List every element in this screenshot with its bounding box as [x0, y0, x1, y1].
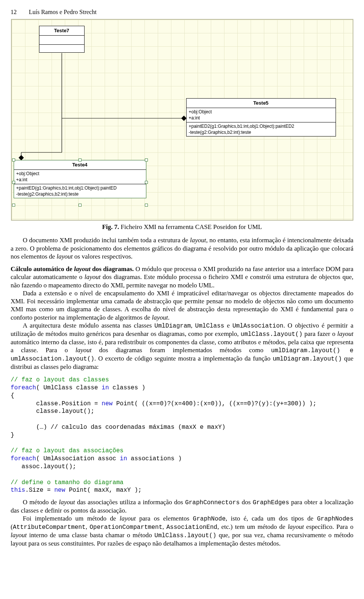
- uml-attr-section: +obj:Object +a:int: [187, 108, 336, 122]
- uml-class-teste5: Teste5 +obj:Object +a:int +paintED2(g1:G…: [186, 98, 336, 136]
- uml-attr: +a:int: [189, 115, 333, 121]
- resize-handle[interactable]: [145, 158, 148, 162]
- resize-handle[interactable]: [78, 204, 82, 207]
- uml-diagram: Teste7 Teste5 +obj:Object +a:int +paintE…: [11, 19, 353, 221]
- resize-handle[interactable]: [12, 158, 15, 162]
- uml-attr-section: [39, 36, 84, 45]
- uml-attr: +a:int: [16, 177, 144, 183]
- running-header: 12 Luís Ramos e Pedro Strecht: [11, 8, 353, 16]
- uml-class-name: Teste5: [187, 99, 336, 108]
- uml-attr: +obj:Object: [189, 109, 333, 115]
- resize-handle[interactable]: [12, 204, 15, 207]
- uml-ops-section: [39, 45, 84, 52]
- figure-caption: Fig. 7. Ficheiro XMI na ferramenta CASE …: [11, 223, 353, 231]
- uml-class-name: Teste7: [39, 26, 84, 36]
- uml-op: +paintED(g1:Graphics,b1:int,obj1:Object)…: [16, 185, 144, 191]
- paragraph: A arquitectura deste módulo assenta nas …: [11, 321, 353, 371]
- paragraph: Dada a extensão e o nível de encapsulame…: [11, 289, 353, 321]
- paragraph: Cálculo automático de layout dos diagram…: [11, 265, 353, 289]
- uml-attr-section: +obj:Object +a:int: [14, 170, 146, 184]
- page-number: 12: [11, 8, 17, 16]
- uml-attr: +obj:Object: [16, 171, 144, 177]
- uml-op: -teste(g2:Graphics,b2:int):teste: [189, 129, 333, 135]
- uml-op: -teste(g2:Graphics,b2:int):teste: [16, 191, 144, 197]
- code-listing: // faz o layout das classes foreach( Uml…: [11, 376, 353, 494]
- resize-handle[interactable]: [12, 181, 15, 184]
- uml-ops-section: +paintED(g1:Graphics,b1:int,obj1:Object)…: [14, 184, 146, 198]
- uml-class-name: Teste4: [14, 160, 146, 170]
- paragraph: O método de layout das associações utili…: [11, 498, 353, 514]
- caption-label: Fig. 7.: [102, 223, 119, 231]
- paragraph: Foi implementado um método de layout par…: [11, 514, 353, 547]
- svg-marker-3: [19, 155, 24, 160]
- resize-handle[interactable]: [145, 181, 148, 184]
- resize-handle[interactable]: [78, 158, 82, 162]
- page: 12 Luís Ramos e Pedro Strecht Teste7 Tes…: [0, 0, 364, 559]
- uml-op: +paintED2(g1:Graphics,b1:int,obj1:Object…: [189, 123, 333, 129]
- uml-ops-section: +paintED2(g1:Graphics,b1:int,obj1:Object…: [187, 122, 336, 136]
- uml-class-teste7: Teste7: [39, 26, 85, 53]
- uml-class-teste4[interactable]: Teste4 +obj:Object +a:int +paintED(g1:Gr…: [14, 160, 146, 198]
- resize-handle[interactable]: [145, 204, 148, 207]
- paragraph: O documento XMI produzido inclui também …: [11, 236, 353, 260]
- header-authors: Luís Ramos e Pedro Strecht: [29, 9, 97, 15]
- svg-marker-5: [181, 116, 187, 121]
- caption-text: Ficheiro XMI na ferramenta CASE Poseidon…: [121, 223, 262, 231]
